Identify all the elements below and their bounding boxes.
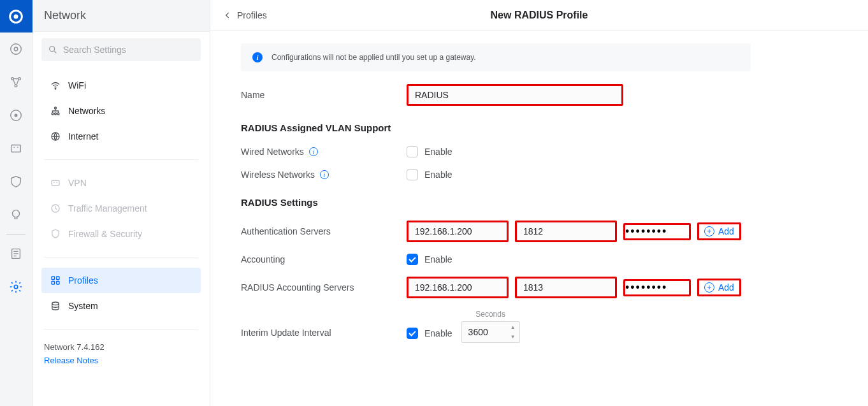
search-container[interactable] <box>41 38 201 61</box>
acct-ip-input[interactable] <box>407 277 509 298</box>
sidebar-item-firewall: Firewall & Security <box>41 221 201 247</box>
search-icon <box>48 45 58 55</box>
sidebar-item-traffic: Traffic Management <box>41 196 201 221</box>
acct-password-input[interactable] <box>625 281 689 294</box>
sidebar-item-vpn: VPN <box>41 170 201 196</box>
accounting-checkbox[interactable] <box>407 254 418 265</box>
svg-rect-25 <box>57 282 60 285</box>
svg-point-12 <box>14 285 18 289</box>
back-label: Profiles <box>237 10 267 20</box>
interim-enable-label: Enable <box>424 328 452 338</box>
rail-item-settings[interactable] <box>0 270 33 303</box>
svg-point-6 <box>15 85 17 87</box>
interim-label: Interim Update Interval <box>241 328 407 343</box>
svg-point-3 <box>14 47 18 51</box>
main-panel: Profiles New RADIUS Profile i Configurat… <box>210 0 868 406</box>
wireless-label: Wireless Networks i <box>241 170 407 180</box>
svg-point-16 <box>55 113 57 115</box>
sidebar: Network WiFi Networks Internet V <box>33 0 210 406</box>
sidebar-separator <box>44 329 198 330</box>
wired-label: Wired Networks i <box>241 147 407 157</box>
version-label: Network 7.4.162 <box>44 342 198 352</box>
svg-rect-9 <box>11 145 21 152</box>
auth-ip-input[interactable] <box>407 221 509 242</box>
svg-point-4 <box>11 78 14 80</box>
svg-point-18 <box>55 107 57 109</box>
rail-item-devices[interactable] <box>0 33 33 66</box>
name-label: Name <box>241 90 407 100</box>
wireless-enable-label: Enable <box>424 170 452 180</box>
svg-point-26 <box>52 302 59 305</box>
auth-port-input[interactable] <box>515 221 617 242</box>
rail-item-ports[interactable] <box>0 132 33 165</box>
rail-divider <box>6 234 25 235</box>
auth-password-input[interactable] <box>625 225 689 238</box>
banner-text: Configurations will not be applied until… <box>271 53 476 62</box>
sidebar-item-system[interactable]: System <box>41 293 201 319</box>
accounting-enable-label: Enable <box>424 254 452 265</box>
sidebar-item-label: Networks <box>68 106 105 116</box>
svg-point-5 <box>18 78 21 80</box>
networks-icon <box>48 105 63 117</box>
acct-port-input[interactable] <box>515 277 617 298</box>
sidebar-item-internet[interactable]: Internet <box>41 124 201 149</box>
sidebar-item-label: Internet <box>68 131 98 141</box>
rail-item-logs[interactable] <box>0 237 33 270</box>
rail-item-radio[interactable] <box>0 99 33 132</box>
svg-rect-22 <box>52 277 55 280</box>
page-header: Profiles New RADIUS Profile <box>210 0 868 31</box>
traffic-icon <box>48 203 63 214</box>
sidebar-item-label: Profiles <box>68 275 98 286</box>
svg-rect-24 <box>52 282 55 285</box>
app-logo[interactable] <box>0 0 33 33</box>
seconds-label: Seconds <box>461 310 520 319</box>
svg-point-15 <box>52 113 54 115</box>
acct-add-button[interactable]: + Add <box>699 280 739 294</box>
svg-rect-20 <box>52 180 59 185</box>
wireless-checkbox[interactable] <box>407 169 418 180</box>
sidebar-item-label: Traffic Management <box>68 203 147 214</box>
wired-checkbox[interactable] <box>407 146 418 157</box>
sidebar-item-profiles[interactable]: Profiles <box>41 268 201 293</box>
info-banner: i Configurations will not be applied unt… <box>241 43 751 71</box>
svg-point-14 <box>55 89 56 90</box>
vlan-section-title: RADIUS Assigned VLAN Support <box>241 122 751 133</box>
content-scroll[interactable]: i Configurations will not be applied unt… <box>210 31 868 406</box>
vpn-icon <box>48 177 63 189</box>
unifi-logo-icon <box>7 8 25 25</box>
rail-item-topology[interactable] <box>0 66 33 99</box>
system-icon <box>48 300 63 312</box>
rail-item-insights[interactable] <box>0 198 33 231</box>
plus-icon: + <box>704 282 714 293</box>
plus-icon: + <box>704 226 714 236</box>
accounting-label: Accounting <box>241 254 407 265</box>
info-icon: i <box>252 52 263 62</box>
shield-icon <box>48 228 63 240</box>
name-input[interactable] <box>407 84 623 106</box>
svg-point-13 <box>50 47 55 52</box>
chevron-left-icon <box>223 11 232 20</box>
release-notes-link[interactable]: Release Notes <box>44 356 198 365</box>
sidebar-item-label: System <box>68 301 98 311</box>
rail-item-security[interactable] <box>0 165 33 198</box>
interim-checkbox[interactable] <box>407 328 418 339</box>
search-input[interactable] <box>63 45 194 55</box>
sidebar-separator <box>44 257 198 257</box>
stepper-down[interactable]: ▼ <box>507 332 519 342</box>
wifi-icon <box>48 80 63 91</box>
globe-icon <box>48 131 63 142</box>
auth-add-button[interactable]: + Add <box>699 224 739 238</box>
svg-rect-23 <box>57 277 60 280</box>
svg-point-17 <box>57 113 59 115</box>
svg-point-2 <box>11 44 22 55</box>
sidebar-item-label: VPN <box>68 178 87 188</box>
sidebar-item-networks[interactable]: Networks <box>41 98 201 124</box>
sidebar-separator <box>44 159 198 160</box>
info-tooltip-icon[interactable]: i <box>320 170 329 179</box>
stepper-up[interactable]: ▲ <box>507 323 519 332</box>
sidebar-item-wifi[interactable]: WiFi <box>41 73 201 98</box>
info-tooltip-icon[interactable]: i <box>309 147 318 156</box>
back-button[interactable]: Profiles <box>223 10 267 20</box>
sidebar-item-label: WiFi <box>68 80 86 91</box>
nav-rail <box>0 0 33 406</box>
